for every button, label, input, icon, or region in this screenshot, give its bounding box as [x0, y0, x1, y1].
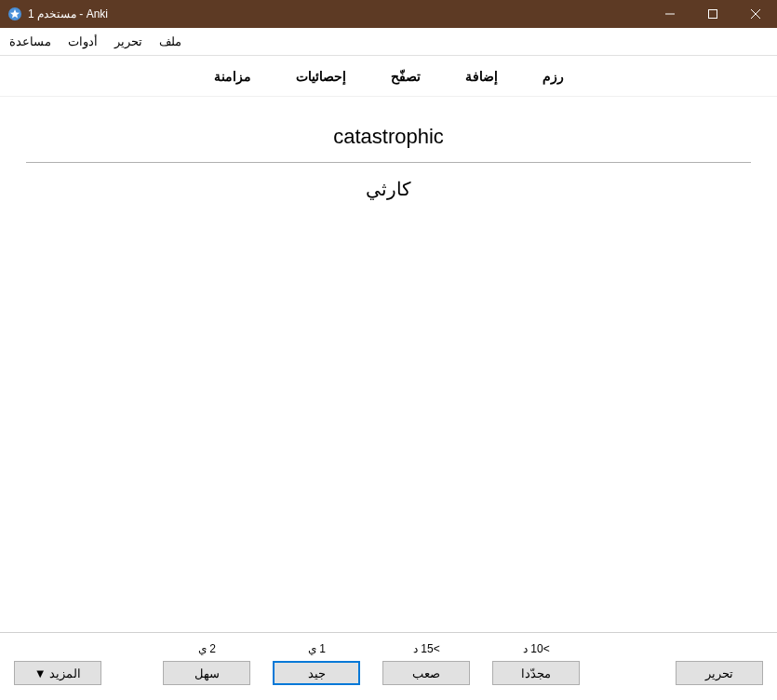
- app-icon: [7, 7, 22, 21]
- close-button[interactable]: [734, 0, 777, 28]
- interval-hard: >15 د: [413, 642, 440, 655]
- toolbar-add[interactable]: إضافة: [465, 69, 498, 84]
- interval-again: >10 د: [523, 642, 550, 655]
- menubar: ملف تحرير أدوات مساعدة: [0, 28, 777, 56]
- answer-easy-col: 2 ي سهل: [163, 642, 250, 685]
- svg-rect-3: [709, 10, 717, 19]
- menu-edit[interactable]: تحرير: [114, 34, 142, 48]
- menu-tools[interactable]: أدوات: [68, 34, 98, 48]
- window-title: مستخدم 1 - Anki: [28, 7, 108, 20]
- answer-buttons: 2 ي سهل 1 ي جيد >15 د صعب >10 د مجدّدا: [163, 642, 580, 685]
- minimize-button[interactable]: [649, 0, 691, 28]
- card-back: كارثي: [26, 178, 751, 200]
- toolbar-decks[interactable]: رزم: [543, 69, 564, 84]
- maximize-button[interactable]: [691, 0, 734, 28]
- answer-hard-col: >15 د صعب: [382, 642, 470, 685]
- more-button[interactable]: المزيد ▼: [14, 661, 101, 685]
- toolbar-sync[interactable]: مزامنة: [214, 69, 251, 84]
- titlebar-left: مستخدم 1 - Anki: [7, 7, 108, 21]
- answer-hard-button[interactable]: صعب: [382, 661, 470, 685]
- menu-file[interactable]: ملف: [159, 34, 181, 48]
- menu-help[interactable]: مساعدة: [9, 34, 51, 48]
- toolbar: رزم إضافة تصفّح إحصائيات مزامنة: [0, 56, 777, 97]
- interval-easy: 2 ي: [198, 642, 216, 655]
- answer-good-col: 1 ي جيد: [273, 642, 360, 685]
- edit-button[interactable]: تحرير: [676, 661, 763, 685]
- card-divider: [26, 162, 751, 163]
- bottom-bar: المزيد ▼ 2 ي سهل 1 ي جيد >15 د صعب >10 د…: [0, 632, 777, 700]
- window-controls: [649, 0, 777, 28]
- interval-good: 1 ي: [308, 642, 326, 655]
- toolbar-browse[interactable]: تصفّح: [391, 69, 421, 84]
- content-area: catastrophic كارثي: [0, 97, 777, 632]
- toolbar-stats[interactable]: إحصائيات: [296, 69, 346, 84]
- answer-easy-button[interactable]: سهل: [163, 661, 250, 685]
- answer-again-col: >10 د مجدّدا: [492, 642, 580, 685]
- answer-good-button[interactable]: جيد: [273, 661, 360, 685]
- card-front: catastrophic: [26, 115, 751, 162]
- titlebar: مستخدم 1 - Anki: [0, 0, 777, 28]
- answer-again-button[interactable]: مجدّدا: [492, 661, 580, 685]
